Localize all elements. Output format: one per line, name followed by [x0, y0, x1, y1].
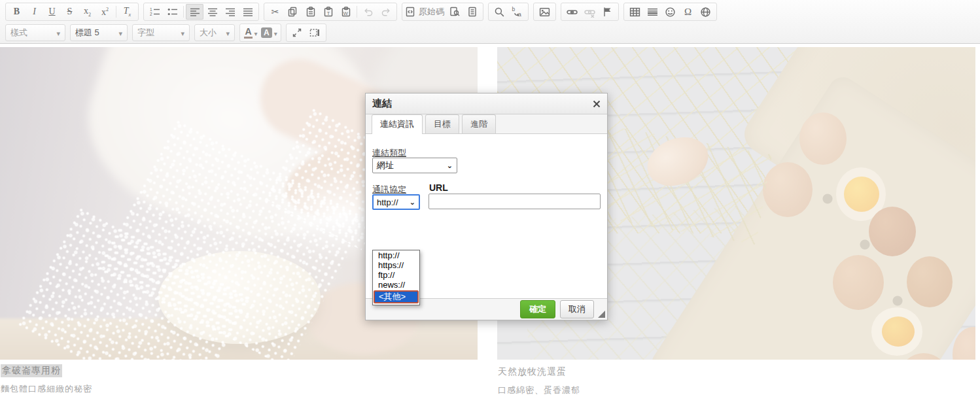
cut-button[interactable]: ✂ — [266, 4, 284, 20]
copy-button[interactable] — [284, 4, 302, 20]
format-combo[interactable]: 標題 5 — [70, 24, 128, 41]
strikethrough-button[interactable]: S — [61, 4, 79, 20]
show-blocks-icon — [309, 27, 320, 38]
strikethrough-icon: S — [67, 7, 73, 16]
align-justify-icon — [243, 7, 253, 17]
maximize-icon — [292, 27, 302, 38]
link-button[interactable] — [563, 4, 581, 20]
close-icon — [593, 100, 601, 108]
bulleted-list-button[interactable] — [164, 4, 181, 20]
protocol-select[interactable]: http:// ⌄ — [372, 194, 420, 210]
chevron-down-icon — [113, 27, 122, 39]
undo-icon — [363, 7, 374, 17]
close-button[interactable] — [593, 100, 601, 108]
replace-button[interactable]: ba — [508, 4, 526, 20]
align-left-icon — [190, 7, 200, 17]
copy-icon — [288, 7, 298, 17]
editor-page: B I U S x2 x2 Tx 12 — [0, 0, 980, 410]
source-button[interactable]: 原始碼 — [404, 4, 446, 20]
templates-button[interactable] — [463, 4, 481, 20]
numbered-list-button[interactable]: 12 — [146, 4, 164, 20]
size-combo[interactable]: 大小 — [194, 24, 235, 41]
protocol-option-http[interactable]: http:// — [373, 250, 419, 260]
font-combo[interactable]: 字型 — [132, 24, 190, 41]
remove-format-button[interactable]: Tx — [118, 4, 136, 20]
special-char-button[interactable]: Ω — [679, 4, 697, 20]
protocol-option-news[interactable]: news:// — [373, 280, 419, 290]
table-icon — [629, 7, 640, 18]
maximize-button[interactable] — [289, 25, 306, 41]
align-center-button[interactable] — [203, 4, 221, 20]
find-button[interactable] — [491, 4, 508, 20]
redo-icon — [381, 7, 391, 17]
remove-format-icon: Tx — [124, 7, 131, 18]
clipboard-group: ✂ T W — [264, 3, 397, 21]
protocol-option-ftp[interactable]: ftp:// — [373, 270, 419, 280]
separator — [116, 6, 116, 18]
subscript-button[interactable]: x2 — [79, 4, 96, 20]
align-justify-button[interactable] — [239, 4, 256, 20]
italic-button[interactable]: I — [26, 4, 43, 20]
show-blocks-button[interactable] — [306, 25, 324, 41]
dialog-resize-handle[interactable] — [598, 311, 605, 318]
bg-color-button[interactable]: A — [260, 25, 279, 41]
cancel-button[interactable]: 取消 — [560, 300, 594, 318]
link-group — [561, 3, 619, 21]
bg-color-icon: A — [261, 27, 272, 38]
italic-icon: I — [33, 7, 36, 16]
url-input[interactable] — [429, 194, 601, 209]
underline-button[interactable]: U — [43, 4, 61, 20]
chevron-down-icon — [253, 27, 258, 39]
link-dialog: 連結 連結資訊 目標 進階 連結類型 網址 ⌄ 通訊協定 http:// ⌄ U… — [365, 93, 608, 320]
smiley-icon — [665, 7, 676, 18]
undo-button[interactable] — [359, 4, 377, 20]
bulleted-list-icon — [167, 7, 178, 17]
ok-button[interactable]: 確定 — [520, 300, 555, 318]
preview-button[interactable] — [446, 4, 463, 20]
source-icon — [406, 7, 416, 17]
redo-button[interactable] — [377, 4, 394, 20]
text-color-button[interactable]: A — [242, 25, 260, 41]
chevron-down-icon — [175, 27, 184, 39]
paste-from-word-button[interactable]: W — [337, 4, 355, 20]
bold-button[interactable]: B — [8, 4, 26, 20]
superscript-icon: x2 — [101, 7, 109, 17]
styles-combo[interactable]: 樣式 — [5, 24, 65, 41]
left-caption-sub: 麵包體口感細緻的秘密 — [1, 383, 92, 395]
iframe-button[interactable] — [697, 4, 714, 20]
paste-button[interactable] — [302, 4, 319, 20]
align-right-button[interactable] — [221, 4, 239, 20]
tab-target[interactable]: 目標 — [425, 114, 459, 133]
image-group — [533, 3, 556, 21]
size-combo-label: 大小 — [200, 27, 217, 39]
dialog-body: 連結類型 網址 ⌄ 通訊協定 http:// ⌄ URL http:// htt… — [366, 134, 607, 298]
image-button[interactable] — [536, 4, 553, 20]
format-combo-label: 標題 5 — [75, 27, 99, 39]
link-type-select[interactable]: 網址 ⌄ — [372, 158, 457, 173]
chevron-down-icon — [51, 27, 60, 39]
chevron-down-icon: ⌄ — [410, 198, 415, 207]
link-type-value: 網址 — [377, 160, 394, 171]
unlink-button[interactable] — [581, 4, 599, 20]
paste-plain-text-button[interactable]: T — [319, 4, 337, 20]
tab-link-info[interactable]: 連結資訊 — [372, 114, 423, 134]
styles-combo-label: 樣式 — [10, 27, 27, 39]
anchor-button[interactable] — [599, 4, 616, 20]
superscript-button[interactable]: x2 — [96, 4, 114, 20]
cut-icon: ✂ — [271, 7, 279, 16]
paste-icon — [306, 7, 316, 17]
font-combo-label: 字型 — [137, 27, 154, 39]
dialog-title: 連結 — [372, 97, 392, 110]
list-align-group: 12 — [143, 3, 259, 21]
table-button[interactable] — [626, 4, 644, 20]
protocol-option-https[interactable]: https:// — [373, 260, 419, 270]
protocol-option-other[interactable]: <其他> — [374, 290, 419, 303]
dialog-titlebar[interactable]: 連結 — [366, 94, 607, 114]
anchor-flag-icon — [603, 7, 613, 17]
underline-icon: U — [48, 7, 55, 16]
bold-icon: B — [14, 7, 20, 16]
tab-advanced[interactable]: 進階 — [462, 114, 496, 133]
horizontal-rule-button[interactable] — [644, 4, 661, 20]
align-left-button[interactable] — [186, 4, 203, 20]
smiley-button[interactable] — [661, 4, 679, 20]
